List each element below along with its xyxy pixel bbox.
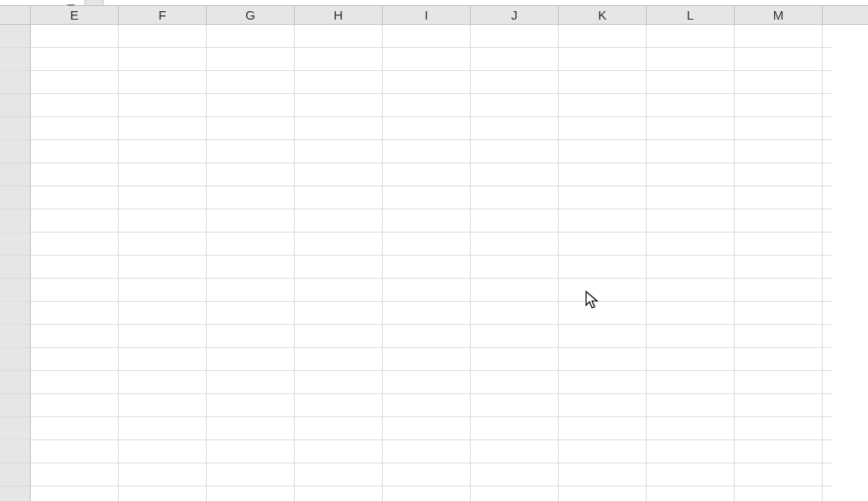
- cell[interactable]: [119, 233, 207, 256]
- cell[interactable]: [119, 463, 207, 486]
- cell[interactable]: [295, 94, 383, 117]
- row-header-partial[interactable]: [0, 256, 31, 279]
- cell[interactable]: [471, 394, 559, 417]
- row-header-partial[interactable]: [0, 94, 31, 117]
- cell[interactable]: [207, 48, 295, 71]
- cell[interactable]: [383, 371, 471, 394]
- cell[interactable]: [207, 302, 295, 325]
- cell[interactable]: [31, 256, 119, 279]
- cell[interactable]: [647, 25, 735, 48]
- cell[interactable]: [735, 486, 823, 501]
- cell[interactable]: [119, 163, 207, 186]
- cell[interactable]: [647, 233, 735, 256]
- cell[interactable]: [471, 302, 559, 325]
- cell-partial[interactable]: [823, 279, 831, 302]
- column-header-H[interactable]: H: [295, 6, 383, 24]
- cell[interactable]: [559, 302, 647, 325]
- cell[interactable]: [647, 348, 735, 371]
- cell[interactable]: [31, 186, 119, 209]
- cell[interactable]: [647, 417, 735, 440]
- cell[interactable]: [119, 94, 207, 117]
- cell[interactable]: [735, 48, 823, 71]
- cell[interactable]: [207, 25, 295, 48]
- cell[interactable]: [295, 117, 383, 140]
- cell[interactable]: [647, 48, 735, 71]
- cell[interactable]: [735, 440, 823, 463]
- cell[interactable]: [471, 163, 559, 186]
- column-header-G[interactable]: G: [207, 6, 295, 24]
- cell[interactable]: [383, 417, 471, 440]
- cell[interactable]: [471, 417, 559, 440]
- cell-partial[interactable]: [823, 440, 831, 463]
- cell[interactable]: [295, 440, 383, 463]
- cell[interactable]: [647, 140, 735, 163]
- cell[interactable]: [119, 71, 207, 94]
- cell[interactable]: [119, 186, 207, 209]
- cell[interactable]: [295, 486, 383, 501]
- row-header-partial[interactable]: [0, 186, 31, 209]
- cell[interactable]: [295, 25, 383, 48]
- cell[interactable]: [207, 440, 295, 463]
- cell[interactable]: [471, 256, 559, 279]
- cell[interactable]: [207, 279, 295, 302]
- cell-partial[interactable]: [823, 302, 831, 325]
- cell-partial[interactable]: [823, 417, 831, 440]
- cell[interactable]: [471, 25, 559, 48]
- cell[interactable]: [735, 117, 823, 140]
- cell-partial[interactable]: [823, 371, 831, 394]
- cell[interactable]: [383, 348, 471, 371]
- cell[interactable]: [119, 348, 207, 371]
- cell[interactable]: [647, 256, 735, 279]
- cell[interactable]: [31, 348, 119, 371]
- column-header-F[interactable]: F: [119, 6, 207, 24]
- cell[interactable]: [119, 25, 207, 48]
- cell[interactable]: [119, 117, 207, 140]
- row-header-partial[interactable]: [0, 302, 31, 325]
- cell[interactable]: [295, 209, 383, 233]
- cell[interactable]: [559, 25, 647, 48]
- row-header-partial[interactable]: [0, 163, 31, 186]
- cell[interactable]: [559, 348, 647, 371]
- cell[interactable]: [647, 486, 735, 501]
- cell[interactable]: [295, 140, 383, 163]
- cell[interactable]: [647, 186, 735, 209]
- cell[interactable]: [735, 186, 823, 209]
- cell[interactable]: [207, 117, 295, 140]
- cell[interactable]: [31, 94, 119, 117]
- cell[interactable]: [31, 25, 119, 48]
- cell[interactable]: [471, 325, 559, 348]
- cell[interactable]: [119, 302, 207, 325]
- cell[interactable]: [31, 48, 119, 71]
- cell[interactable]: [295, 302, 383, 325]
- cell[interactable]: [471, 48, 559, 71]
- cell-partial[interactable]: [823, 117, 831, 140]
- row-header-partial[interactable]: [0, 25, 31, 48]
- cell-partial[interactable]: [823, 25, 831, 48]
- row-header-partial[interactable]: [0, 394, 31, 417]
- cell[interactable]: [559, 463, 647, 486]
- cell[interactable]: [383, 186, 471, 209]
- cell[interactable]: [559, 417, 647, 440]
- cell-partial[interactable]: [823, 256, 831, 279]
- column-header-E[interactable]: E: [31, 6, 119, 24]
- cell[interactable]: [295, 163, 383, 186]
- cell[interactable]: [207, 140, 295, 163]
- cell[interactable]: [31, 117, 119, 140]
- column-header-I[interactable]: I: [383, 6, 471, 24]
- cell[interactable]: [383, 440, 471, 463]
- row-header-partial[interactable]: [0, 371, 31, 394]
- cell[interactable]: [735, 209, 823, 233]
- cell[interactable]: [383, 486, 471, 501]
- cell[interactable]: [119, 48, 207, 71]
- cell[interactable]: [471, 348, 559, 371]
- row-header-partial[interactable]: [0, 463, 31, 486]
- cell[interactable]: [559, 71, 647, 94]
- cell[interactable]: [735, 348, 823, 371]
- cell[interactable]: [207, 233, 295, 256]
- cell[interactable]: [647, 279, 735, 302]
- cell[interactable]: [559, 440, 647, 463]
- cell-partial[interactable]: [823, 209, 831, 233]
- cell[interactable]: [559, 394, 647, 417]
- cell[interactable]: [31, 440, 119, 463]
- cell[interactable]: [559, 256, 647, 279]
